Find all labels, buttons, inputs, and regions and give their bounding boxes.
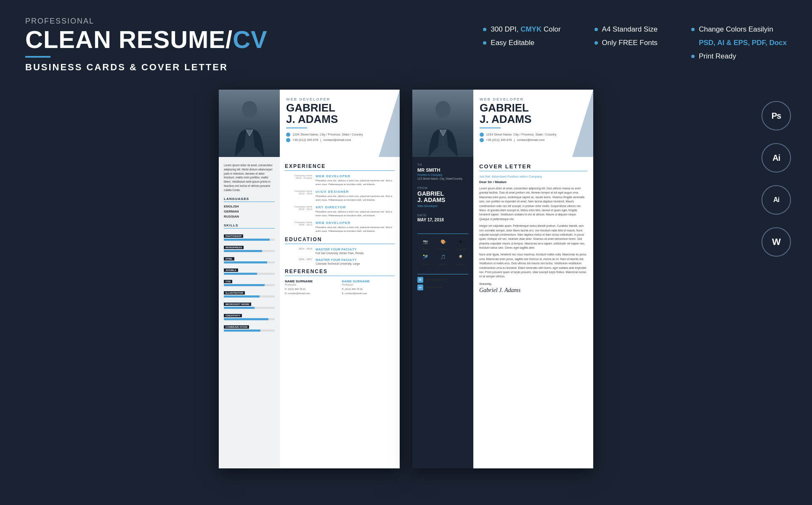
- cover-photo-figure: [412, 90, 473, 157]
- cover-body-3: Nunc ante ligula, hendrerit nec risus ma…: [479, 252, 587, 279]
- social-skype: S yourskypename: [417, 277, 468, 283]
- name-underline: [286, 128, 307, 128]
- cover-role: WEB DEVELOPER: [480, 97, 587, 101]
- person-silhouette: [228, 96, 271, 157]
- to-name: MR SMITH: [417, 167, 468, 173]
- references-section: NAME SURNAME Profesion P: (012) 456 78 9…: [285, 279, 395, 295]
- bullet-icon: [483, 41, 486, 45]
- cover-header: WEB DEVELOPER GABRIEL J. ADAMS 1234 Stre…: [412, 90, 593, 157]
- exp-entry-2: Company name 2013 - 2015 UI/UX DESIGNER …: [285, 190, 395, 202]
- language-german: GERMAN: [224, 210, 275, 213]
- skill-creativity: CREATIVITY: [224, 311, 275, 320]
- cover-name-line1: GABRIEL: [480, 102, 587, 114]
- map-icon: [286, 133, 290, 137]
- cover-contact: 1234 Street Name, City / Province, State…: [480, 133, 587, 142]
- from-block: FROM GABRIEL J. ADAMS Web Developer: [417, 186, 468, 207]
- from-label: FROM: [417, 186, 468, 189]
- title-cv: CV: [233, 26, 268, 53]
- resume-header-info: WEB DEVELOPER GABRIEL J. ADAMS 1234 Stre…: [280, 90, 400, 157]
- title-underline: [25, 56, 50, 58]
- from-name: GABRIEL J. ADAMS: [417, 191, 468, 204]
- to-block: TO MR SMITH Position in Company 123 Stre…: [417, 163, 468, 180]
- dear-salutation: Dear Sir / Madam: [479, 180, 587, 184]
- ref-2: NAME SURNAME Profesion P: (012) 456 78 9…: [342, 279, 395, 295]
- illustrator-icon: Ai: [762, 143, 791, 173]
- feature-colors: Change Colors Easilyin: [691, 25, 787, 34]
- previews-area: WEB DEVELOPER GABRIEL J. ADAMS 1234 Stre…: [0, 90, 812, 468]
- skill-wordpress: WORDPRESS: [224, 242, 275, 252]
- cover-person-silhouette: [422, 96, 464, 157]
- edu-entry-1: 2014 - 2015 MASTER YOUR FACULTY Full Sai…: [285, 247, 395, 255]
- cover-name: GABRIEL J. ADAMS: [480, 102, 587, 125]
- resume-header: WEB DEVELOPER GABRIEL J. ADAMS 1234 Stre…: [219, 90, 400, 157]
- to-label: TO: [417, 163, 468, 166]
- hobby-painting-label: Painting: [438, 248, 448, 250]
- map-icon: [480, 133, 484, 137]
- skill-html: HTML: [224, 254, 275, 263]
- feature-col-3: Change Colors Easilyin PSD, AI & EPS, PD…: [691, 25, 787, 61]
- cover-name-line2: J. ADAMS: [480, 114, 587, 125]
- hobby-music-label: Music: [440, 263, 446, 266]
- photoshop-icon: Ps: [762, 101, 791, 130]
- sidebar-bio: Lorem ipsum dolor sit amet, consectetur …: [224, 163, 275, 192]
- exp-entry-1: Company name 2016 - Present WEB DEVELOPE…: [285, 174, 395, 186]
- software-icons: Ps Ai Ai W: [762, 101, 791, 257]
- skill-joomla: JOOMLA: [224, 265, 275, 275]
- to-address: 123 Street Name, City, State/Country: [417, 177, 468, 180]
- social-title: SOCIAL: [417, 269, 468, 274]
- hobby-painting: 🎨 Painting: [435, 237, 451, 250]
- main-title: CLEAN RESUME/CV: [25, 27, 268, 52]
- header-features: 300 DPI, CMYK Color Easy Editable A4 Sta…: [483, 17, 787, 61]
- contact-phone-email: +39 (012) 345.678 | contact@email.com: [286, 138, 393, 142]
- skills-title: SKILLS: [224, 223, 275, 229]
- tennis-icon: 🎾: [421, 252, 430, 262]
- hobby-photo: 📷 Photo: [417, 237, 433, 250]
- cover-card: WEB DEVELOPER GABRIEL J. ADAMS 1234 Stre…: [412, 90, 593, 468]
- exp-entry-4: Company name 2009 - 2013 WEB DEVELOPER P…: [285, 221, 395, 233]
- resume-name-line1: GABRIEL: [286, 102, 393, 114]
- photo-figure: [219, 90, 280, 157]
- skill-msword: MICROSOFT WORD: [224, 299, 275, 309]
- resume-sidebar: Lorem ipsum dolor sit amet, consectetur …: [219, 157, 280, 468]
- sincerely-text: Sincerely,: [479, 282, 587, 285]
- feature-col-2: A4 Standard Size Only FREE Fonts: [594, 25, 658, 61]
- bullet-icon: [691, 55, 695, 58]
- skype-icon: S: [417, 277, 423, 283]
- skill-illustrator: ILLUSTRATOR: [224, 288, 275, 298]
- cover-body-2: Integer vel vulputate quam. Pellentesque…: [479, 224, 587, 250]
- hobbies-grid: 📷 Photo 🎨 Painting ✈ Traveling 🎾 Tennis: [417, 237, 468, 266]
- education-title: EDUCATION: [285, 237, 395, 244]
- feature-dpi: 300 DPI, CMYK Color: [483, 25, 560, 34]
- linkedin-handle: yourFBname: [425, 286, 442, 289]
- address-text: 1234 Street Name, City / Province, State…: [292, 133, 363, 136]
- edu-entry-2: 2003 - 2007 MASTER YOUR FACULTY Colorado…: [285, 258, 395, 265]
- ref-1: NAME SURNAME Profesion P: (012) 456 78 9…: [285, 279, 338, 295]
- feature-print: Print Ready: [691, 52, 787, 61]
- phone-text: +39 (012) 345.678: [292, 138, 318, 142]
- hobby-tennis: 🎾 Tennis: [417, 252, 433, 266]
- exp-entry-3: Company name 2010 - 2014 ART DIRECTOR Ph…: [285, 205, 395, 218]
- job-ref: Job Ref: Advertised Position within Comp…: [479, 175, 587, 178]
- resume-body: Lorem ipsum dolor sit amet, consectetur …: [219, 157, 400, 468]
- references-row: NAME SURNAME Profesion P: (012) 456 78 9…: [285, 279, 395, 295]
- bullet-icon: [594, 28, 598, 31]
- skill-css: CSS: [224, 276, 275, 286]
- language-russian: RUSSIAN: [224, 215, 275, 218]
- subtitle: BUSINESS CARDS & COVER LETTER: [25, 62, 268, 73]
- resume-card: WEB DEVELOPER GABRIEL J. ADAMS 1234 Stre…: [219, 90, 400, 468]
- svg-point-0: [242, 101, 257, 118]
- hobby-traveling-label: Traveling: [455, 248, 465, 250]
- social-linkedin: in yourFBname: [417, 284, 468, 290]
- from-role: Web Developer: [417, 205, 468, 207]
- feature-a4: A4 Standard Size: [594, 25, 658, 34]
- date-label: DATE: [417, 214, 468, 217]
- contact-address: 1234 Street Name, City / Province, State…: [286, 133, 393, 137]
- feature-col-1: 300 DPI, CMYK Color Easy Editable: [483, 25, 560, 61]
- cover-date: MAY 17, 2018: [417, 218, 468, 222]
- hobby-music: 🎵 Music: [435, 252, 451, 266]
- skype-handle: yourskypename: [425, 278, 446, 281]
- resume-photo: [219, 90, 280, 157]
- cover-letter-title: COVER LETTER: [479, 163, 587, 171]
- traveling-icon: ✈: [456, 237, 465, 247]
- phone-icon: [286, 138, 290, 142]
